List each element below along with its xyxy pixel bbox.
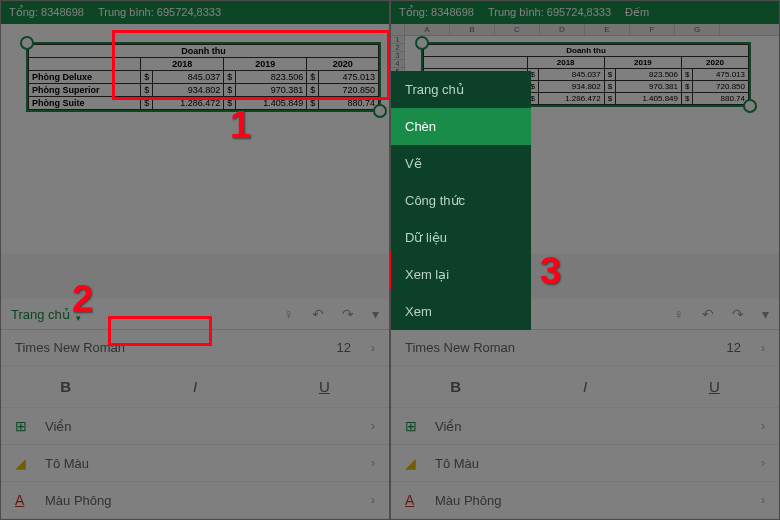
selection-handle-bottom-right[interactable] — [743, 99, 757, 113]
collapse-icon[interactable]: ▾ — [372, 306, 379, 322]
bottom-toolbar: Trang chủ ▴▾ ♀ ↶ ↷ ▾ Times New Roman 12 … — [1, 299, 389, 519]
selection-handle-bottom-right[interactable] — [373, 104, 387, 118]
fill-option[interactable]: ◢ Tô Màu › — [1, 445, 389, 482]
chevron-right-icon: › — [761, 341, 765, 355]
tab-selector[interactable]: Trang chủ ▴▾ — [11, 305, 81, 323]
border-option[interactable]: ⊞ Viền › — [1, 408, 389, 445]
menu-item-insert[interactable]: Chèn — [391, 108, 531, 145]
redo-icon[interactable]: ↷ — [342, 306, 354, 322]
annotation-3: 3 — [540, 250, 561, 293]
font-selector[interactable]: Times New Roman 12 › — [1, 330, 389, 366]
selection-handle-top-left[interactable] — [415, 36, 429, 50]
lightbulb-icon[interactable]: ♀ — [674, 306, 685, 322]
font-selector[interactable]: Times New Roman 12 › — [391, 330, 779, 366]
chevron-right-icon: › — [761, 419, 765, 433]
annotation-2: 2 — [72, 278, 93, 321]
left-screenshot: Tổng: 8348698 Trung bình: 695724,8333 Do… — [0, 0, 390, 520]
undo-icon[interactable]: ↶ — [702, 306, 714, 322]
selection-handle-top-left[interactable] — [20, 36, 34, 50]
border-icon: ⊞ — [405, 418, 425, 434]
redo-icon[interactable]: ↷ — [732, 306, 744, 322]
fill-option[interactable]: ◢ Tô Màu › — [391, 445, 779, 482]
fontcolor-option[interactable]: A Màu Phông › — [1, 482, 389, 519]
right-screenshot: Tổng: 8348698 Trung bình: 695724,8333 Đế… — [390, 0, 780, 520]
bold-button[interactable]: B — [391, 366, 520, 407]
chevron-right-icon: › — [371, 341, 375, 355]
collapse-icon[interactable]: ▾ — [762, 306, 769, 322]
revenue-table: Doanh thu 201820192020 Phòng Deluxe$845.… — [28, 44, 379, 110]
border-option[interactable]: ⊞ Viền › — [391, 408, 779, 445]
status-bar: Tổng: 8348698 Trung bình: 695724,8333 Đế… — [391, 1, 779, 24]
spreadsheet-area[interactable]: Doanh thu 201820192020 Phòng Deluxe$845.… — [1, 24, 389, 254]
bold-button[interactable]: B — [1, 366, 130, 407]
bottom-toolbar: Trang chủ ▴▾ ♀ ↶ ↷ ▾ Times New Roman 12 … — [391, 299, 779, 519]
chevron-right-icon: › — [371, 419, 375, 433]
status-bar: Tổng: 8348698 Trung bình: 695724,8333 — [1, 1, 389, 24]
fill-icon: ◢ — [405, 455, 425, 471]
menu-item-formulas[interactable]: Công thức — [391, 182, 531, 219]
chevron-right-icon: › — [761, 493, 765, 507]
font-color-icon: A — [405, 492, 425, 508]
annotation-1: 1 — [230, 104, 251, 147]
chevron-right-icon: › — [761, 456, 765, 470]
font-color-icon: A — [15, 492, 35, 508]
menu-item-review[interactable]: Xem lại — [391, 256, 531, 293]
selection-box[interactable]: Doanh thu 201820192020 Phòng Deluxe$845.… — [26, 42, 381, 112]
fontcolor-option[interactable]: A Màu Phông › — [391, 482, 779, 519]
menu-item-data[interactable]: Dữ liệu — [391, 219, 531, 256]
underline-button[interactable]: U — [260, 366, 389, 407]
undo-icon[interactable]: ↶ — [312, 306, 324, 322]
italic-button[interactable]: I — [520, 366, 649, 407]
tab-menu-popup: Trang chủ Chèn Vẽ Công thức Dữ liệu Xem … — [391, 71, 531, 330]
chevron-right-icon: › — [371, 456, 375, 470]
menu-item-draw[interactable]: Vẽ — [391, 145, 531, 182]
menu-item-home[interactable]: Trang chủ — [391, 71, 531, 108]
border-icon: ⊞ — [15, 418, 35, 434]
chevron-right-icon: › — [371, 493, 375, 507]
fill-icon: ◢ — [15, 455, 35, 471]
underline-button[interactable]: U — [650, 366, 779, 407]
italic-button[interactable]: I — [130, 366, 259, 407]
lightbulb-icon[interactable]: ♀ — [284, 306, 295, 322]
menu-item-view[interactable]: Xem — [391, 293, 531, 330]
